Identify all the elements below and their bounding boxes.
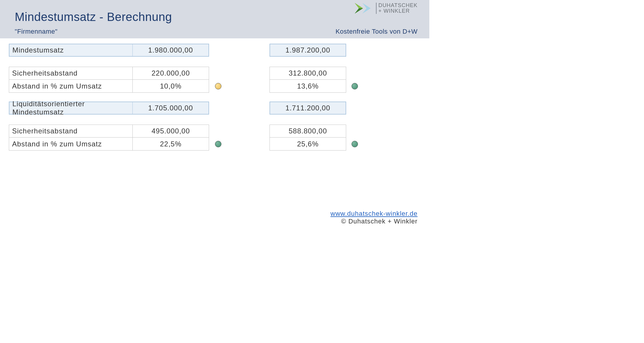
gap <box>209 44 270 57</box>
svg-marker-3 <box>355 8 363 14</box>
row-value-b: 312.800,00 <box>270 67 346 80</box>
company-name: "Firmenname" <box>15 28 58 35</box>
svg-marker-2 <box>355 3 363 8</box>
heading-row: Liquiditätsorientierter Mindestumsatz 1.… <box>9 102 418 115</box>
gap <box>209 102 270 115</box>
data-row: Sicherheitsabstand 220.000,00 312.800,00 <box>9 67 418 80</box>
indicator-slot-b <box>346 67 366 80</box>
row-label: Sicherheitsabstand <box>9 125 133 138</box>
header: DUHATSCHEK + WINKLER Mindestumsatz - Ber… <box>0 0 429 38</box>
row-value-a: 495.000,00 <box>132 125 209 138</box>
footer: www.duhatschek-winkler.de © Duhatschek +… <box>331 210 418 225</box>
row-value-a: 10,0% <box>132 80 209 93</box>
logo-line2: + WINKLER <box>378 8 418 14</box>
heading-value-a: 1.980.000,00 <box>132 44 209 57</box>
gap <box>346 102 366 115</box>
data-row: Abstand in % zum Umsatz 10,0% 13,6% <box>9 80 418 93</box>
indicator-slot-b <box>346 138 366 151</box>
page: DUHATSCHEK + WINKLER Mindestumsatz - Ber… <box>0 0 429 229</box>
row-value-b: 13,6% <box>270 80 346 93</box>
status-dot-icon <box>351 83 358 89</box>
data-row: Abstand in % zum Umsatz 22,5% 25,6% <box>9 138 418 151</box>
indicator-slot-b <box>346 80 366 93</box>
status-dot-icon <box>215 141 221 147</box>
logo-text: DUHATSCHEK + WINKLER <box>376 3 418 14</box>
row-label: Sicherheitsabstand <box>9 67 133 80</box>
row-label: Abstand in % zum Umsatz <box>9 138 133 151</box>
indicator-slot-b <box>346 125 366 138</box>
content: Mindestumsatz 1.980.000,00 1.987.200,00 … <box>0 38 429 151</box>
row-value-a: 22,5% <box>132 138 209 151</box>
heading-label: Liquiditätsorientierter Mindestumsatz <box>9 102 133 115</box>
row-label: Abstand in % zum Umsatz <box>9 80 133 93</box>
gap <box>346 44 366 57</box>
indicator-slot-a <box>209 80 270 93</box>
tagline: Kostenfreie Tools von D+W <box>336 28 418 35</box>
indicator-slot-a <box>209 138 270 151</box>
row-value-b: 25,6% <box>270 138 346 151</box>
status-dot-icon <box>351 141 358 147</box>
section-liquiditaet: Liquiditätsorientierter Mindestumsatz 1.… <box>9 102 418 151</box>
heading-row: Mindestumsatz 1.980.000,00 1.987.200,00 <box>9 44 418 57</box>
website-link[interactable]: www.duhatschek-winkler.de <box>331 210 418 217</box>
logo-line1: DUHATSCHEK <box>378 3 418 8</box>
status-dot-icon <box>215 83 221 89</box>
heading-value-b: 1.987.200,00 <box>270 44 346 57</box>
copyright: © Duhatschek + Winkler <box>341 218 418 225</box>
heading-value-b: 1.711.200,00 <box>270 102 346 115</box>
section-mindestumsatz: Mindestumsatz 1.980.000,00 1.987.200,00 … <box>9 44 418 93</box>
indicator-slot-a <box>209 67 270 80</box>
logo: DUHATSCHEK + WINKLER <box>354 2 418 14</box>
heading-value-a: 1.705.000,00 <box>132 102 209 115</box>
heading-label: Mindestumsatz <box>9 44 133 57</box>
row-value-b: 588.800,00 <box>270 125 346 138</box>
row-value-a: 220.000,00 <box>132 67 209 80</box>
data-row: Sicherheitsabstand 495.000,00 588.800,00 <box>9 125 418 138</box>
indicator-slot-a <box>209 125 270 138</box>
logo-chevron-icon <box>354 2 374 14</box>
svg-marker-0 <box>362 3 371 14</box>
